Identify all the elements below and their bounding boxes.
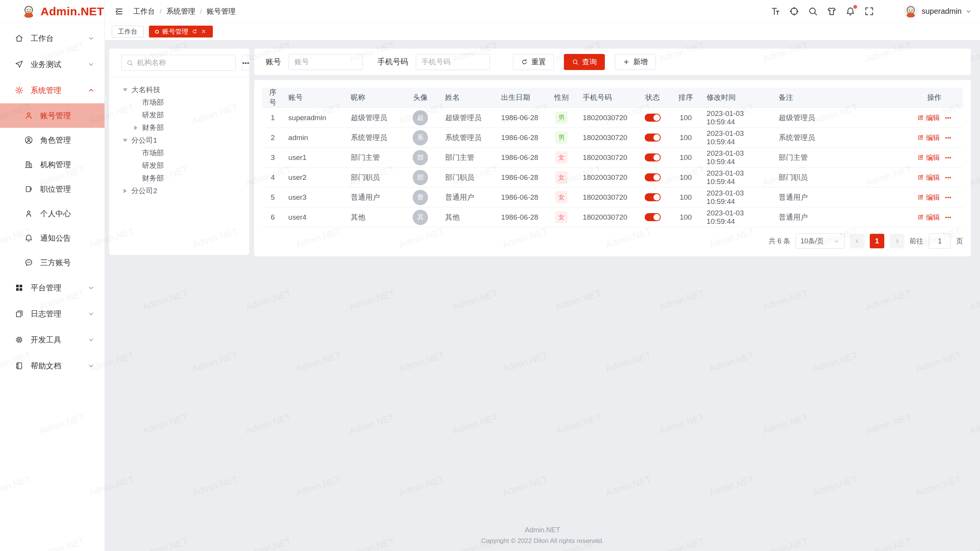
sidebar-item-third-account[interactable]: 三方账号	[0, 250, 105, 275]
fullscreen-icon[interactable]	[864, 6, 874, 16]
tree-node-label: 研发部	[142, 161, 164, 171]
sidebar-item-label: 平台管理	[31, 283, 88, 293]
docs-icon	[15, 309, 24, 318]
next-page-button[interactable]	[890, 234, 904, 248]
sidebar-item-business-test[interactable]: 业务测试	[0, 51, 105, 77]
close-icon[interactable]	[201, 29, 207, 34]
org-search-input[interactable]	[137, 59, 231, 67]
tree-node[interactable]: 财务部	[112, 121, 246, 134]
cell-avatar: 部	[400, 148, 441, 168]
column-header: 出生日期	[497, 88, 545, 108]
sidebar-item-label: 工作台	[31, 33, 88, 44]
tree-node[interactable]: 研发部	[112, 159, 246, 172]
page-number-button[interactable]: 1	[870, 234, 884, 248]
status-toggle[interactable]	[645, 153, 661, 161]
tree-node[interactable]: 大名科技	[112, 83, 246, 96]
cell-name: 普通用户	[441, 187, 497, 207]
status-toggle[interactable]	[645, 134, 661, 142]
accounts-table: 序号账号昵称头像姓名出生日期性别手机号码状态排序修改时间备注操作 1supera…	[262, 88, 963, 227]
phone-input[interactable]	[416, 54, 490, 70]
column-header: 序号	[262, 88, 284, 108]
edit-button[interactable]: 编辑	[917, 133, 940, 142]
logo[interactable]: Admin.NET	[0, 0, 105, 23]
role-icon	[24, 135, 33, 145]
tree-caret-icon[interactable]	[123, 88, 127, 91]
more-actions-button[interactable]: •••	[945, 155, 952, 160]
tab-account-management[interactable]: 账号管理	[149, 26, 213, 37]
sidebar-item-position-management[interactable]: 职位管理	[0, 177, 105, 201]
org-search-box[interactable]	[121, 55, 236, 71]
status-toggle[interactable]	[645, 173, 661, 181]
tree-node[interactable]: 分公司2	[112, 184, 246, 197]
sidebar-item-notice[interactable]: 通知公告	[0, 226, 105, 250]
tree-node[interactable]: 市场部	[112, 147, 246, 159]
total-count: 共 6 条	[769, 236, 790, 246]
table-row: 1superadmin超级管理员超超级管理员1986-06-28男1802003…	[262, 108, 963, 128]
sidebar-item-system-management[interactable]: 系统管理	[0, 77, 105, 103]
edit-button[interactable]: 编辑	[917, 113, 940, 122]
prev-page-button[interactable]	[850, 234, 864, 248]
status-toggle[interactable]	[645, 114, 661, 122]
tree-caret-icon[interactable]	[123, 139, 127, 142]
tree-node[interactable]: 研发部	[112, 109, 246, 121]
chevron-down-icon	[88, 336, 95, 343]
edit-button[interactable]: 编辑	[917, 213, 940, 222]
sidebar-item-log-management[interactable]: 日志管理	[0, 301, 105, 327]
user-menu[interactable]: superadmin	[904, 5, 972, 18]
edit-button[interactable]: 编辑	[917, 193, 940, 202]
sidebar-item-personal-center[interactable]: 个人中心	[0, 201, 105, 226]
collapse-menu-icon[interactable]	[114, 7, 124, 16]
chevron-down-icon	[834, 238, 840, 244]
sidebar-item-label: 职位管理	[40, 184, 95, 194]
cell-index: 5	[262, 187, 284, 207]
sidebar-item-role-management[interactable]: 角色管理	[0, 128, 105, 152]
goto-page-input[interactable]	[929, 233, 951, 249]
status-toggle[interactable]	[645, 193, 661, 201]
account-input[interactable]	[289, 54, 363, 70]
sidebar-item-dev-tools[interactable]: 开发工具	[0, 327, 105, 353]
notification-icon[interactable]	[845, 6, 856, 16]
row-actions: 编辑•••	[910, 213, 959, 222]
tree-caret-icon[interactable]	[124, 189, 127, 193]
query-button[interactable]: 查询	[564, 54, 605, 70]
sidebar-item-account-management[interactable]: 账号管理	[0, 103, 105, 128]
sidebar-item-workbench[interactable]: 工作台	[0, 25, 105, 51]
status-toggle[interactable]	[645, 213, 661, 221]
sidebar-item-help-docs[interactable]: 帮助文档	[0, 353, 105, 379]
reset-button[interactable]: 重置	[513, 54, 554, 70]
more-actions-button[interactable]: •••	[945, 214, 952, 220]
font-size-icon[interactable]	[770, 6, 781, 16]
sidebar-item-org-management[interactable]: 机构管理	[0, 152, 105, 177]
theme-icon[interactable]	[826, 6, 837, 16]
cell-account: user1	[284, 148, 346, 168]
tree-caret-icon[interactable]	[134, 126, 137, 130]
cell-order: 100	[670, 168, 702, 187]
column-header: 状态	[636, 88, 670, 108]
profile-icon[interactable]	[883, 6, 893, 16]
edit-button[interactable]: 编辑	[917, 153, 940, 162]
edit-button[interactable]: 编辑	[917, 173, 940, 182]
more-actions-button[interactable]: •••	[945, 115, 952, 121]
search-icon[interactable]	[808, 6, 818, 16]
more-actions-button[interactable]: •••	[945, 174, 952, 180]
sidebar-item-label: 账号管理	[40, 111, 95, 121]
add-button[interactable]: 新增	[615, 54, 656, 70]
more-actions-button[interactable]: •••	[945, 135, 952, 140]
search-icon	[126, 59, 134, 67]
page-size-select[interactable]: 10条/页	[795, 233, 844, 249]
tree-node[interactable]: 财务部	[112, 172, 246, 184]
breadcrumb-item[interactable]: 系统管理	[166, 7, 195, 16]
more-actions-button[interactable]: •••	[945, 194, 952, 200]
tab-workbench[interactable]: 工作台	[112, 26, 144, 37]
aim-icon[interactable]	[789, 6, 799, 16]
cell-index: 6	[262, 207, 284, 227]
row-actions: 编辑•••	[910, 113, 959, 122]
cell-status	[636, 187, 670, 207]
tree-more-button[interactable]: •••	[242, 55, 250, 71]
cell-actions: 编辑•••	[906, 207, 963, 227]
refresh-icon[interactable]	[192, 29, 198, 34]
sidebar-item-platform-management[interactable]: 平台管理	[0, 275, 105, 301]
tree-node[interactable]: 市场部	[112, 96, 246, 109]
tree-node[interactable]: 分公司1	[112, 134, 246, 147]
breadcrumb-item[interactable]: 工作台	[133, 7, 155, 16]
